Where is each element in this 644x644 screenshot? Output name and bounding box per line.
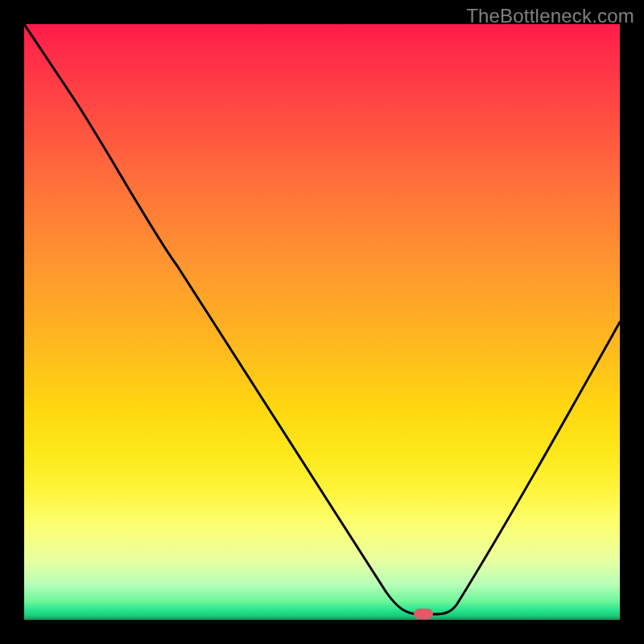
chart-curve [24, 24, 620, 620]
optimal-point-marker [414, 609, 433, 619]
watermark-text: TheBottleneck.com [466, 5, 634, 27]
bottleneck-curve-path [24, 24, 620, 614]
chart-plot-area [24, 24, 620, 620]
